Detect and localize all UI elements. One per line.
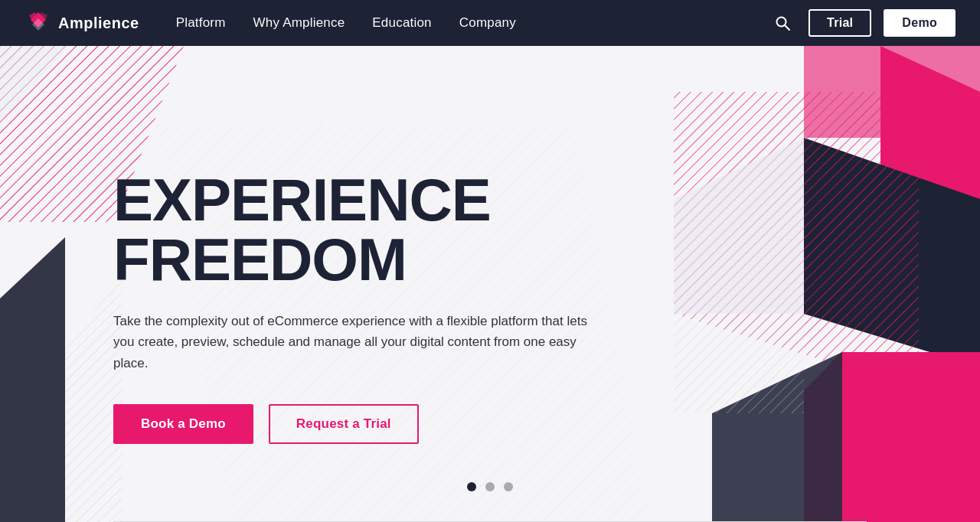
- demo-button[interactable]: Demo: [884, 9, 956, 37]
- nav-item-education[interactable]: Education: [372, 15, 431, 31]
- hero-title: EXPERIENCE FREEDOM: [113, 170, 741, 289]
- nav-item-why-amplience[interactable]: Why Amplience: [253, 15, 345, 31]
- carousel-dots: [467, 482, 513, 491]
- hero-content: EXPERIENCE FREEDOM Take the complexity o…: [0, 46, 980, 522]
- navbar: Amplience Platform Why Amplience Educati…: [0, 0, 980, 46]
- logo-text: Amplience: [58, 15, 139, 32]
- nav-right: Trial Demo: [769, 9, 956, 37]
- search-button[interactable]: [769, 9, 796, 37]
- hero-section: EXPERIENCE FREEDOM Take the complexity o…: [0, 46, 980, 522]
- carousel-dot-3[interactable]: [504, 482, 513, 491]
- trial-button[interactable]: Trial: [808, 9, 871, 37]
- logo-icon: [24, 9, 52, 37]
- hero-subtitle: Take the complexity out of eCommerce exp…: [113, 311, 588, 374]
- search-icon: [775, 15, 790, 31]
- nav-item-platform[interactable]: Platform: [176, 15, 226, 31]
- carousel-dot-2[interactable]: [485, 482, 495, 491]
- nav-item-company[interactable]: Company: [459, 15, 516, 31]
- request-trial-button[interactable]: Request a Trial: [269, 404, 419, 444]
- svg-line-5: [785, 25, 789, 30]
- carousel-dot-1[interactable]: [467, 482, 476, 491]
- logo[interactable]: Amplience: [24, 9, 139, 37]
- nav-links: Platform Why Amplience Education Company: [176, 15, 769, 31]
- hero-buttons: Book a Demo Request a Trial: [113, 404, 867, 444]
- book-demo-button[interactable]: Book a Demo: [113, 404, 253, 444]
